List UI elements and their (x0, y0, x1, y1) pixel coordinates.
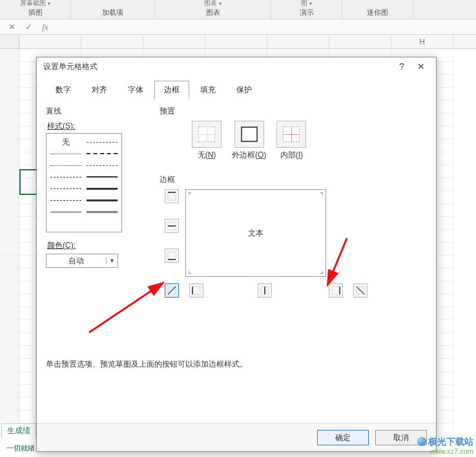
ribbon-group-illustration[interactable]: 屏幕截图 ▾ 插图 (0, 0, 71, 19)
row-header[interactable] (0, 88, 19, 101)
chevron-down-icon: ▼ (106, 258, 118, 264)
line-style-option[interactable] (87, 211, 118, 213)
line-style-option[interactable] (87, 188, 118, 190)
column-header[interactable] (267, 35, 329, 48)
row-header[interactable] (0, 256, 19, 269)
line-style-option[interactable] (87, 165, 118, 166)
border-middle-v-button[interactable] (258, 283, 272, 298)
screenshot-dropdown[interactable]: 屏幕截图 (20, 0, 46, 6)
row-header[interactable] (0, 217, 19, 230)
ribbon-group-label: 图表 (159, 8, 267, 17)
row-header[interactable] (0, 269, 19, 281)
color-dropdown[interactable]: 自动 ▼ (46, 254, 118, 268)
column-header[interactable] (143, 35, 205, 48)
line-style-option[interactable] (87, 176, 118, 178)
row-header[interactable] (0, 127, 19, 139)
confirm-entry-button[interactable]: ✓ (23, 22, 34, 32)
row-header[interactable] (0, 243, 19, 256)
border-middle-h-button[interactable] (165, 219, 179, 233)
line-style-option[interactable] (50, 177, 81, 178)
svg-line-16 (89, 283, 163, 332)
row-header[interactable] (0, 320, 19, 333)
ribbon-group-sparklines[interactable]: 迷你图 (342, 0, 413, 19)
row-header[interactable] (0, 191, 19, 204)
insert-function-button[interactable]: fx (40, 22, 50, 32)
logo-icon (417, 437, 426, 446)
tab-border[interactable]: 边框 (154, 81, 189, 99)
line-style-option[interactable] (50, 188, 81, 189)
line-style-list[interactable]: 无 (46, 133, 122, 232)
close-button[interactable]: ✕ (411, 61, 431, 72)
row-header[interactable] (0, 307, 19, 320)
preset-outline-button[interactable] (234, 121, 264, 148)
tab-number[interactable]: 数字 (46, 81, 81, 99)
border-diagonal-up-button[interactable] (165, 283, 179, 298)
column-header[interactable] (19, 35, 81, 48)
svg-line-15 (357, 287, 364, 294)
row-header[interactable] (0, 411, 19, 423)
preset-inside-button[interactable] (276, 121, 306, 148)
row-header[interactable] (0, 372, 19, 385)
ribbon-group-charts[interactable]: 图表 ▾ 图表 (155, 0, 271, 19)
row-header[interactable] (0, 165, 19, 178)
preset-none-button[interactable] (192, 121, 222, 148)
row-header[interactable] (0, 152, 19, 165)
help-button[interactable]: ? (392, 61, 411, 72)
formula-bar: ✕ ✓ fx (0, 19, 476, 35)
tab-protect[interactable]: 保护 (227, 81, 262, 99)
column-header[interactable] (329, 35, 391, 48)
svg-rect-8 (192, 287, 200, 294)
border-section: 边框 文本 (160, 174, 418, 303)
line-style-option[interactable] (50, 154, 81, 154)
border-preview[interactable]: 文本 (185, 189, 326, 277)
line-style-option[interactable] (87, 199, 118, 201)
line-style-option[interactable] (50, 200, 81, 201)
row-header[interactable] (0, 178, 19, 191)
svg-line-7 (168, 287, 176, 294)
row-header[interactable] (0, 114, 19, 127)
dialog-tabs: 数字 对齐 字体 边框 填充 保护 (37, 76, 436, 99)
row-header[interactable] (0, 204, 19, 217)
column-headers: H (0, 35, 476, 49)
row-header[interactable] (0, 385, 19, 398)
ok-button[interactable]: 确定 (317, 430, 369, 445)
border-top-button[interactable] (165, 189, 179, 203)
tab-font[interactable]: 字体 (118, 81, 153, 99)
line-style-option[interactable] (50, 165, 81, 166)
row-header[interactable] (0, 346, 19, 359)
tab-fill[interactable]: 填充 (191, 81, 225, 99)
row-header[interactable] (0, 230, 19, 243)
row-header[interactable] (0, 398, 19, 411)
cancel-entry-button[interactable]: ✕ (6, 22, 17, 32)
line-style-none[interactable]: 无 (50, 137, 81, 148)
row-header[interactable] (0, 333, 19, 346)
row-header[interactable] (0, 101, 19, 114)
row-header[interactable] (0, 62, 19, 75)
column-header[interactable] (81, 35, 143, 48)
border-bottom-button[interactable] (165, 249, 179, 263)
row-header[interactable] (0, 49, 19, 62)
row-header[interactable] (0, 75, 19, 88)
row-header[interactable] (0, 281, 19, 294)
line-style-option[interactable] (87, 153, 118, 154)
column-header-h[interactable]: H (391, 35, 453, 48)
ribbon-group-presentation[interactable]: 图 ▾ 演示 (271, 0, 342, 19)
border-right-button[interactable] (329, 283, 343, 298)
tab-align[interactable]: 对齐 (82, 81, 117, 99)
dialog-body: 直线 样式(S): 无 颜色(C): 自动 ▼ (37, 99, 436, 423)
ribbon-group-addins[interactable]: 加载项 (71, 0, 155, 19)
select-all-corner[interactable] (0, 35, 19, 48)
row-header[interactable] (0, 294, 19, 307)
line-style-option[interactable] (87, 142, 118, 143)
sheet-tab[interactable]: 生成绩 (1, 423, 36, 438)
row-header[interactable] (0, 359, 19, 372)
color-label: 颜色(C): (47, 240, 130, 251)
svg-rect-4 (168, 252, 176, 259)
svg-rect-12 (332, 287, 340, 294)
row-header[interactable] (0, 139, 19, 152)
chart-dropdown[interactable]: 图表 (204, 0, 217, 6)
border-diagonal-down-button[interactable] (353, 283, 367, 298)
border-left-button[interactable] (189, 283, 203, 298)
line-style-option[interactable] (50, 212, 81, 212)
column-header[interactable] (205, 35, 267, 48)
